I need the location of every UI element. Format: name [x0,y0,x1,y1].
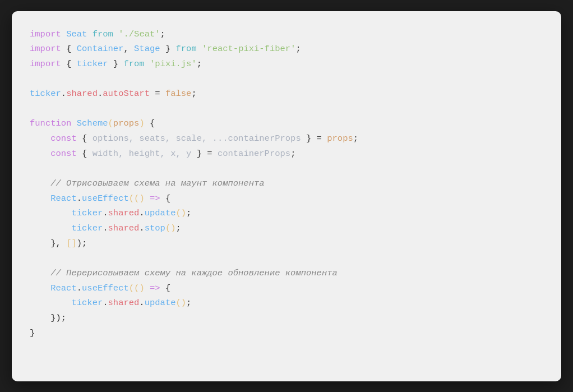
code-block: import Seat from './Seat'; import { Cont… [30,27,543,341]
code-window: import Seat from './Seat'; import { Cont… [12,11,561,381]
